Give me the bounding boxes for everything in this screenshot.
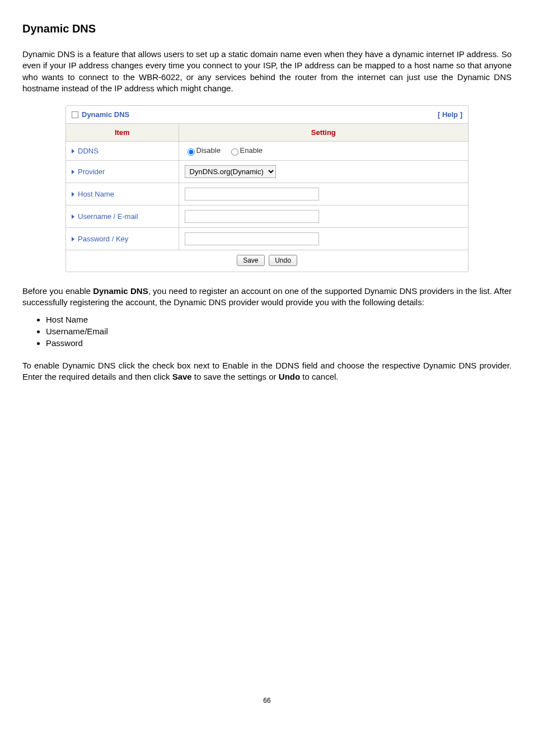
provider-label: Provider (78, 167, 105, 176)
panel-header: Dynamic DNS [ Help ] (66, 106, 468, 124)
list-item: Host Name (46, 314, 512, 325)
caret-icon (72, 170, 74, 174)
text: Before you enable (22, 286, 93, 296)
caret-icon (72, 149, 74, 153)
caret-icon (72, 214, 74, 219)
password-input[interactable] (185, 232, 319, 245)
table-row: Username / E-mail (66, 205, 468, 227)
panel-footer: Save Undo (66, 250, 468, 272)
undo-button[interactable]: Undo (269, 255, 297, 266)
page-number: 66 (22, 697, 512, 704)
intro-paragraph: Dynamic DNS is a feature that allows use… (22, 49, 512, 94)
panel-title: Dynamic DNS (82, 110, 129, 119)
save-button[interactable]: Save (237, 255, 264, 266)
dynamic-dns-strong: Dynamic DNS (93, 286, 148, 296)
ddns-disable-label: Disable (196, 146, 221, 155)
to-enable-paragraph: To enable Dynamic DNS click the check bo… (22, 360, 512, 383)
provider-select[interactable]: DynDNS.org(Dynamic) (185, 165, 276, 178)
help-link[interactable]: [ Help ] (438, 110, 462, 119)
ddns-disable-option[interactable]: Disable (185, 146, 223, 155)
settings-table: Item Setting DDNS Disable (66, 124, 468, 250)
ddns-enable-radio[interactable] (231, 148, 238, 156)
column-item: Item (66, 124, 179, 142)
username-input[interactable] (185, 210, 319, 223)
page-title: Dynamic DNS (22, 22, 512, 35)
username-label: Username / E-mail (78, 212, 138, 221)
ddns-label: DDNS (78, 147, 99, 155)
table-row: DDNS Disable Enable (66, 142, 468, 161)
table-row: Provider DynDNS.org(Dynamic) (66, 160, 468, 183)
before-enable-paragraph: Before you enable Dynamic DNS, you need … (22, 286, 512, 309)
text: to save the settings or (192, 372, 279, 381)
dynamic-dns-panel: Dynamic DNS [ Help ] Item Setting DDNS (65, 105, 469, 272)
save-strong: Save (172, 372, 192, 381)
ddns-radio-group: Disable Enable (185, 146, 268, 155)
undo-strong: Undo (279, 372, 300, 381)
ddns-disable-radio[interactable] (188, 148, 195, 156)
table-row: Host Name (66, 183, 468, 205)
list-item: Password (46, 337, 512, 349)
hostname-label: Host Name (78, 190, 114, 198)
password-label: Password / Key (78, 235, 128, 243)
list-item: Username/Email (46, 325, 512, 337)
ddns-enable-label: Enable (240, 146, 263, 155)
caret-icon (72, 237, 74, 241)
ddns-enable-option[interactable]: Enable (228, 146, 263, 155)
column-setting: Setting (179, 124, 468, 142)
text: to cancel. (300, 372, 338, 381)
table-row: Password / Key (66, 227, 468, 250)
window-icon (72, 111, 78, 118)
caret-icon (72, 192, 74, 197)
hostname-input[interactable] (185, 188, 319, 200)
details-list: Host Name Username/Email Password (46, 314, 512, 349)
